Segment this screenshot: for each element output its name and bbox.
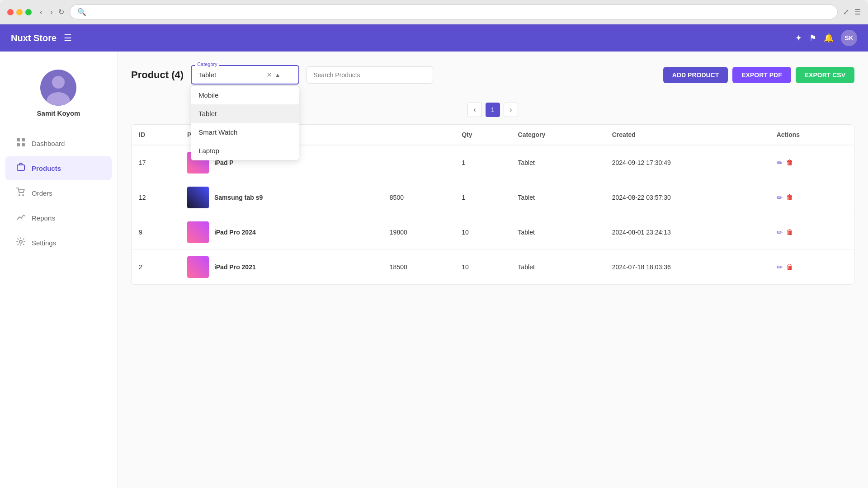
sidebar-item-label: Dashboard [32, 140, 65, 147]
prev-page-button[interactable]: ‹ [467, 103, 482, 117]
page-title: Product (4) [131, 69, 184, 81]
back-button[interactable]: ‹ [37, 7, 45, 17]
nav-buttons: ‹ › ↻ [37, 7, 64, 17]
cell-id: 17 [132, 145, 180, 180]
product-image [187, 256, 209, 278]
add-product-button[interactable]: ADD PRODUCT [663, 67, 728, 83]
product-name: Samsung tab s9 [214, 194, 263, 201]
header-menu-icon[interactable]: ☰ [64, 33, 72, 43]
action-buttons: ADD PRODUCT EXPORT PDF EXPORT CSV [663, 67, 854, 83]
header-actions: ✦ ⚑ 🔔 SK [795, 30, 857, 46]
cell-id: 9 [132, 215, 180, 250]
cell-product-info: iPad Pro 2024 [180, 215, 382, 250]
svg-rect-6 [22, 143, 25, 146]
col-qty: Qty [454, 125, 510, 145]
category-dropdown-menu[interactable]: Mobile Tablet Smart Watch Laptop [191, 85, 299, 160]
cell-actions: ✏ 🗑 [769, 215, 854, 250]
category-select-wrapper: Category Tablet ✕ ▲ Mobile [191, 65, 299, 84]
sidebar-item-label: Orders [32, 189, 52, 197]
forward-button[interactable]: › [47, 7, 55, 17]
export-pdf-button[interactable]: EXPORT PDF [732, 67, 791, 83]
svg-point-8 [19, 194, 20, 196]
edit-button[interactable]: ✏ [777, 228, 783, 237]
address-bar[interactable]: 🔍 [70, 5, 838, 19]
url-input[interactable] [90, 9, 830, 16]
cell-qty: 10 [454, 250, 510, 285]
category-icons: ✕ ▲ [266, 70, 280, 79]
product-image [187, 187, 209, 208]
products-icon [16, 163, 25, 174]
sidebar-item-products[interactable]: Products [5, 156, 112, 180]
table-row: 12 Samsung tab s9 8500 1 Tablet [132, 180, 854, 215]
traffic-lights [7, 9, 32, 15]
orders-icon [16, 188, 25, 199]
external-link-icon[interactable]: ⤢ [843, 8, 849, 16]
delete-button[interactable]: 🗑 [786, 228, 793, 236]
delete-button[interactable]: 🗑 [786, 159, 793, 167]
cell-price: 8500 [382, 180, 454, 215]
cell-product-info: Samsung tab s9 [180, 180, 382, 215]
cell-qty: 1 [454, 145, 510, 180]
svg-rect-4 [22, 138, 25, 141]
cell-price: 18500 [382, 250, 454, 285]
delete-button[interactable]: 🗑 [786, 263, 793, 271]
avatar[interactable]: SK [841, 30, 857, 46]
table-row: 2 iPad Pro 2021 18500 10 Tablet [132, 250, 854, 285]
flag-icon[interactable]: ⚑ [809, 33, 816, 43]
sidebar-item-orders[interactable]: Orders [5, 181, 112, 205]
delete-button[interactable]: 🗑 [786, 193, 793, 202]
app-logo: Nuxt Store [11, 33, 57, 43]
page-1-button[interactable]: 1 [486, 103, 500, 117]
sidebar-item-reports[interactable]: Reports [5, 206, 112, 230]
dropdown-item-smartwatch[interactable]: Smart Watch [191, 123, 299, 141]
cell-actions: ✏ 🗑 [769, 180, 854, 215]
next-page-button[interactable]: › [504, 103, 518, 117]
sidebar-item-label: Settings [32, 239, 56, 247]
cell-created: 2024-09-12 17:30:49 [605, 145, 769, 180]
col-id: ID [132, 125, 180, 145]
cell-category: Tablet [511, 250, 605, 285]
main-layout: Samit Koyom Dashboard [0, 52, 868, 488]
product-image [187, 221, 209, 243]
menu-icon[interactable]: ☰ [854, 8, 861, 16]
dropdown-item-mobile[interactable]: Mobile [191, 86, 299, 104]
avatar-image [40, 70, 76, 106]
product-info: Samsung tab s9 [187, 187, 375, 208]
svg-rect-7 [17, 165, 24, 170]
sidebar-item-dashboard[interactable]: Dashboard [5, 131, 112, 155]
dropdown-item-laptop[interactable]: Laptop [191, 141, 299, 160]
sidebar-item-label: Reports [32, 214, 56, 222]
table-body: 17 iPad P 1 Tablet 202 [132, 145, 854, 284]
category-label: Category [195, 61, 219, 67]
sun-icon[interactable]: ✦ [795, 33, 802, 43]
dashboard-icon [16, 138, 25, 149]
cell-id: 2 [132, 250, 180, 285]
cell-category: Tablet [511, 215, 605, 250]
dropdown-item-tablet[interactable]: Tablet [191, 104, 299, 123]
cell-actions: ✏ 🗑 [769, 250, 854, 285]
table-actions: ✏ 🗑 [777, 193, 847, 202]
cell-created: 2024-08-01 23:24:13 [605, 215, 769, 250]
category-select[interactable]: Tablet ✕ ▲ [191, 65, 299, 84]
export-csv-button[interactable]: EXPORT CSV [796, 67, 854, 83]
maximize-button[interactable] [25, 9, 32, 15]
cell-id: 12 [132, 180, 180, 215]
edit-button[interactable]: ✏ [777, 263, 783, 272]
sidebar-item-settings[interactable]: Settings [5, 231, 112, 255]
edit-button[interactable]: ✏ [777, 193, 783, 202]
edit-button[interactable]: ✏ [777, 159, 783, 167]
clear-icon[interactable]: ✕ [266, 70, 272, 79]
minimize-button[interactable] [16, 9, 23, 15]
header: Nuxt Store ☰ ✦ ⚑ 🔔 SK [0, 24, 868, 52]
bell-icon[interactable]: 🔔 [824, 33, 834, 43]
svg-point-1 [52, 76, 65, 89]
table-actions: ✏ 🗑 [777, 263, 847, 272]
browser-chrome: ‹ › ↻ 🔍 ⤢ ☰ [0, 0, 868, 24]
reload-button[interactable]: ↻ [58, 7, 64, 17]
search-input[interactable] [307, 66, 433, 84]
close-button[interactable] [7, 9, 14, 15]
product-name: iPad Pro 2024 [214, 229, 256, 236]
sidebar-profile: Samit Koyom [28, 61, 90, 126]
sidebar: Samit Koyom Dashboard [0, 52, 118, 488]
svg-rect-3 [17, 138, 20, 141]
